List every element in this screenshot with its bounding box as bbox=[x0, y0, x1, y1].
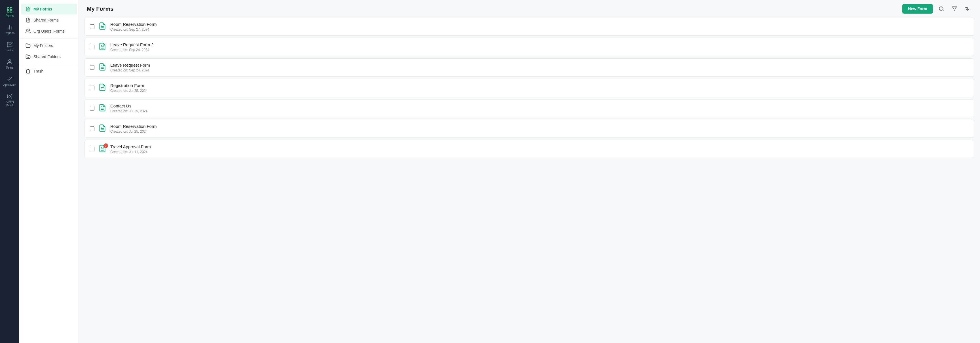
filter-icon bbox=[951, 6, 957, 12]
form-icon bbox=[99, 124, 107, 132]
svg-rect-1 bbox=[10, 8, 12, 10]
form-info: Room Reservation FormCreated on: Jul 25,… bbox=[110, 124, 969, 133]
form-row[interactable]: Room Reservation FormCreated on: Jul 25,… bbox=[84, 120, 974, 138]
form-checkbox[interactable] bbox=[90, 65, 94, 70]
users-icon bbox=[6, 59, 13, 65]
form-name: Registration Form bbox=[110, 83, 969, 88]
new-form-button[interactable]: New Form bbox=[902, 4, 933, 14]
form-checkbox[interactable] bbox=[90, 24, 94, 29]
approvals-icon bbox=[6, 76, 13, 82]
form-info: Leave Request FormCreated on: Sep 24, 20… bbox=[110, 63, 969, 72]
sidebar-my-folders-label: My Folders bbox=[33, 43, 53, 48]
form-checkbox[interactable] bbox=[90, 106, 94, 111]
form-checkbox[interactable] bbox=[90, 126, 94, 131]
svg-marker-18 bbox=[952, 7, 957, 11]
form-row[interactable]: Leave Request Form 2Created on: Sep 24, … bbox=[84, 38, 974, 56]
search-button[interactable] bbox=[937, 4, 946, 13]
svg-point-7 bbox=[8, 60, 11, 62]
form-icon-wrap bbox=[99, 22, 107, 31]
nav-item-users[interactable]: Users bbox=[2, 56, 18, 72]
form-info: Contact UsCreated on: Jul 25, 2024 bbox=[110, 103, 969, 113]
form-icon bbox=[99, 63, 107, 71]
form-row[interactable]: Leave Request FormCreated on: Sep 24, 20… bbox=[84, 59, 974, 76]
form-date: Created on: Jul 25, 2024 bbox=[110, 89, 969, 93]
form-icon bbox=[99, 83, 107, 91]
form-row[interactable]: Contact UsCreated on: Jul 25, 2024 bbox=[84, 99, 974, 118]
sidebar-org-forms-label: Org Users' Forms bbox=[33, 29, 65, 33]
forms-icon bbox=[6, 7, 13, 13]
nav-tasks-label: Tasks bbox=[6, 49, 13, 52]
page-title: My Forms bbox=[87, 6, 113, 12]
trash-icon bbox=[25, 68, 30, 74]
svg-point-16 bbox=[939, 7, 943, 11]
search-icon bbox=[939, 6, 944, 12]
sort-icon bbox=[965, 6, 970, 12]
nav-item-approvals[interactable]: Approvals bbox=[2, 73, 18, 89]
sidebar-shared-folders-label: Shared Folders bbox=[33, 54, 61, 59]
form-info: Leave Request Form 2Created on: Sep 24, … bbox=[110, 42, 969, 52]
svg-line-17 bbox=[943, 10, 944, 11]
nav-item-control-panel[interactable]: Control Panel bbox=[2, 91, 18, 110]
form-icon-wrap bbox=[99, 63, 107, 72]
form-checkbox[interactable] bbox=[90, 45, 94, 49]
form-row[interactable]: Room Reservation FormCreated on: Sep 27,… bbox=[84, 17, 974, 36]
sort-button[interactable] bbox=[963, 4, 972, 13]
form-date: Created on: Jul 11, 2024 bbox=[110, 150, 969, 154]
nav-control-panel-label: Control Panel bbox=[4, 101, 15, 107]
form-date: Created on: Jul 25, 2024 bbox=[110, 130, 969, 133]
form-icon-wrap bbox=[99, 43, 107, 52]
form-name: Leave Request Form 2 bbox=[110, 42, 969, 47]
form-checkbox[interactable] bbox=[90, 147, 94, 151]
control-panel-icon bbox=[6, 93, 13, 100]
sidebar-item-org-users-forms[interactable]: Org Users' Forms bbox=[21, 26, 77, 37]
sidebar-item-shared-folders[interactable]: Shared Folders bbox=[21, 51, 77, 62]
main-content: My Forms New Form bbox=[79, 0, 980, 343]
form-row[interactable]: Registration FormCreated on: Jul 25, 202… bbox=[84, 79, 974, 97]
svg-rect-2 bbox=[7, 11, 9, 12]
form-icon-wrap bbox=[99, 83, 107, 92]
forms-list: Room Reservation FormCreated on: Sep 27,… bbox=[79, 17, 980, 343]
sidebar-item-shared-forms[interactable]: Shared Forms bbox=[21, 15, 77, 25]
svg-point-8 bbox=[9, 95, 11, 97]
form-info: Registration FormCreated on: Jul 25, 202… bbox=[110, 83, 969, 93]
nav-item-forms[interactable]: Forms bbox=[2, 4, 18, 20]
org-users-forms-icon bbox=[25, 29, 30, 34]
form-info: Room Reservation FormCreated on: Sep 27,… bbox=[110, 22, 969, 32]
main-header: My Forms New Form bbox=[79, 0, 980, 17]
svg-rect-3 bbox=[10, 11, 12, 12]
form-date: Created on: Sep 24, 2024 bbox=[110, 68, 969, 72]
form-row[interactable]: 7Travel Approval FormCreated on: Jul 11,… bbox=[84, 140, 974, 158]
sidebar-item-my-forms[interactable]: My Forms bbox=[21, 4, 77, 14]
my-folders-icon bbox=[25, 43, 30, 48]
sidebar-trash-label: Trash bbox=[33, 69, 43, 73]
form-info: Travel Approval FormCreated on: Jul 11, … bbox=[110, 144, 969, 154]
nav-item-reports[interactable]: Reports bbox=[2, 21, 18, 37]
form-icon-wrap bbox=[99, 104, 107, 113]
form-name: Contact Us bbox=[110, 103, 969, 108]
svg-point-13 bbox=[27, 29, 29, 31]
svg-rect-0 bbox=[7, 8, 9, 10]
form-checkbox[interactable] bbox=[90, 86, 94, 90]
form-name: Leave Request Form bbox=[110, 63, 969, 67]
nav-approvals-label: Approvals bbox=[3, 83, 16, 86]
sidebar-shared-forms-label: Shared Forms bbox=[33, 18, 59, 22]
nav-users-label: Users bbox=[6, 66, 13, 69]
form-icon bbox=[99, 22, 107, 30]
form-date: Created on: Sep 27, 2024 bbox=[110, 27, 969, 32]
form-date: Created on: Jul 25, 2024 bbox=[110, 109, 969, 113]
form-icon-wrap: 7 bbox=[99, 145, 107, 154]
nav-reports-label: Reports bbox=[5, 32, 14, 35]
sidebar-item-trash[interactable]: Trash bbox=[21, 66, 77, 76]
form-icon bbox=[99, 43, 107, 51]
shared-folders-icon bbox=[25, 54, 30, 59]
filter-button[interactable] bbox=[950, 4, 959, 13]
my-forms-icon bbox=[25, 6, 30, 12]
nav-item-tasks[interactable]: Tasks bbox=[2, 38, 18, 55]
form-badge: 7 bbox=[103, 143, 108, 148]
form-name: Room Reservation Form bbox=[110, 22, 969, 27]
form-name: Travel Approval Form bbox=[110, 144, 969, 149]
sidebar-my-forms-label: My Forms bbox=[33, 7, 52, 11]
form-icon bbox=[99, 104, 107, 112]
sidebar-item-my-folders[interactable]: My Folders bbox=[21, 40, 77, 51]
shared-forms-icon bbox=[25, 17, 30, 23]
